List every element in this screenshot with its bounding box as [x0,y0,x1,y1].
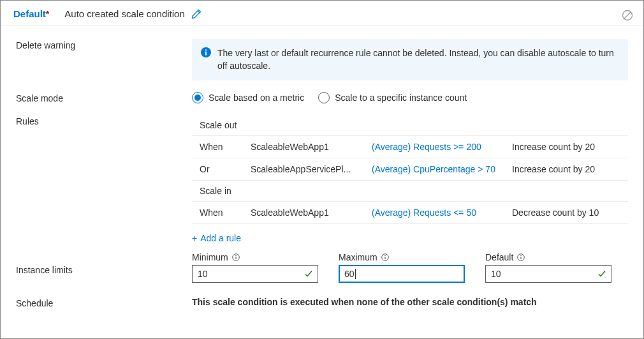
info-hint-icon[interactable] [232,253,240,261]
radio-scale-specific[interactable]: Scale to a specific instance count [318,92,467,103]
svg-line-1 [624,12,631,19]
radio-circle-icon [192,92,203,103]
maximum-label: Maximum [339,252,377,262]
info-hint-icon[interactable] [517,253,525,261]
rule-action: Increase count by 20 [512,164,624,174]
delete-warning-banner: The very last or default recurrence rule… [192,39,628,80]
svg-point-7 [235,255,237,256]
rule-resource: ScaleableAppServicePl... [251,164,372,174]
svg-point-13 [521,255,522,256]
rule-condition-link[interactable]: (Average) Requests >= 200 [372,142,512,152]
rule-row[interactable]: Or ScaleableAppServicePl... (Average) Cp… [192,158,628,181]
schedule-label: Schedule [16,297,192,308]
svg-rect-3 [205,52,207,56]
minimum-group: Minimum 10 [192,252,318,283]
required-asterisk: * [46,9,49,19]
radio-circle-icon [318,92,330,103]
svg-point-4 [205,49,207,50]
panel-header: Default* Auto created scale condition [1,1,643,26]
rules-block: Scale out When ScaleableWebApp1 (Average… [192,115,628,247]
svg-point-10 [384,255,386,256]
default-group: Default 10 [485,252,611,283]
rule-action: Increase count by 20 [512,142,624,152]
minimum-label: Minimum [192,252,228,262]
scale-condition-panel: Default* Auto created scale condition De… [0,0,644,339]
minimum-input[interactable]: 10 [192,265,318,283]
panel-body: Delete warning The very last or default … [1,26,643,313]
rule-row[interactable]: When ScaleableWebApp1 (Average) Requests… [192,202,628,224]
scale-out-heading: Scale out [192,115,628,136]
schedule-row: Schedule This scale condition is execute… [16,297,628,308]
check-icon [304,269,313,278]
rule-row[interactable]: When ScaleableWebApp1 (Average) Requests… [192,136,628,158]
default-input[interactable]: 10 [485,265,611,283]
rule-resource: ScaleableWebApp1 [251,142,372,152]
disable-icon[interactable] [622,10,633,21]
svg-rect-6 [235,257,236,259]
radio-scale-specific-label: Scale to a specific instance count [335,93,467,103]
delete-warning-label: Delete warning [16,39,192,50]
rule-op: When [200,142,251,152]
radio-scale-metric[interactable]: Scale based on a metric [192,92,304,103]
schedule-text: This scale condition is executed when no… [192,297,537,307]
text-caret-icon [355,269,356,279]
rule-op: When [200,207,251,218]
rules-row: Rules Scale out When ScaleableWebApp1 (A… [16,115,628,247]
delete-warning-row: Delete warning The very last or default … [16,39,628,80]
rule-condition-link[interactable]: (Average) Requests <= 50 [372,207,512,218]
maximum-group: Maximum 60 [339,252,465,283]
plus-icon: + [192,233,197,243]
add-rule-button[interactable]: + Add a rule [192,224,241,247]
default-label: Default [485,252,513,262]
condition-title[interactable]: Default [13,8,46,19]
instance-limits-row: Instance limits Minimum 10 [16,252,628,283]
add-rule-label: Add a rule [200,233,241,243]
scale-mode-radio-group: Scale based on a metric Scale to a speci… [192,92,628,103]
condition-subtitle: Auto created scale condition [64,8,184,19]
scale-in-heading: Scale in [192,181,628,202]
svg-rect-12 [521,257,522,259]
limits-group: Minimum 10 [192,252,628,283]
info-icon [201,47,211,57]
rules-label: Rules [16,115,192,126]
check-icon [597,269,606,278]
maximum-input[interactable]: 60 [339,265,465,283]
delete-warning-text: The very last or default recurrence rule… [217,47,618,73]
rule-resource: ScaleableWebApp1 [251,207,372,218]
scale-mode-row: Scale mode Scale based on a metric Scale… [16,92,628,103]
scale-mode-label: Scale mode [16,92,192,103]
rule-action: Decrease count by 10 [512,207,624,218]
radio-scale-metric-label: Scale based on a metric [209,93,304,103]
rule-op: Or [200,164,251,174]
info-hint-icon[interactable] [381,253,389,261]
svg-rect-9 [384,257,385,259]
edit-icon[interactable] [191,9,201,19]
instance-limits-label: Instance limits [16,252,192,275]
rule-condition-link[interactable]: (Average) CpuPercentage > 70 [372,164,512,174]
